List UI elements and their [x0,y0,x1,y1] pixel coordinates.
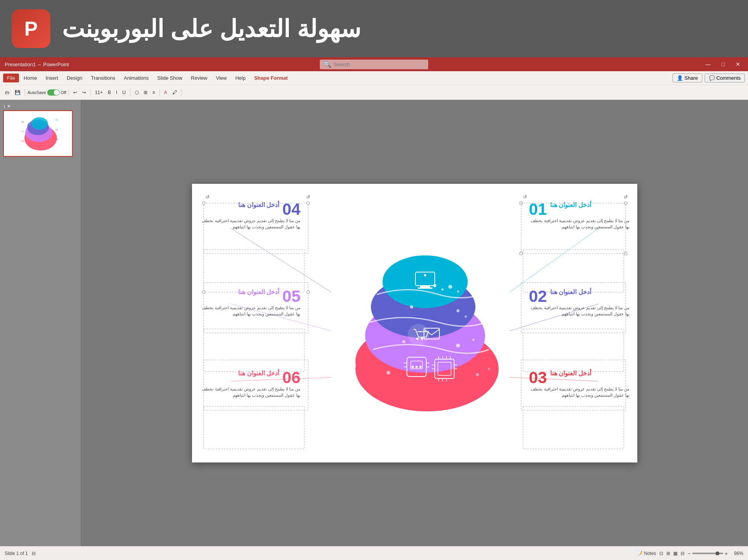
menu-shape-format[interactable]: Shape Format [250,74,292,82]
svg-point-86 [476,373,479,376]
info-title-02: أدخل العنوان هنا [550,288,591,296]
arrange-btn[interactable]: ⊞ [142,89,149,96]
svg-point-57 [419,366,422,368]
menu-insert[interactable]: Insert [42,74,62,82]
svg-line-13 [231,228,331,292]
svg-text:02: 02 [55,128,58,131]
status-left: Slide 1 of 1 ⊟ [5,551,36,556]
zoom-thumb [715,551,719,555]
italic-btn[interactable]: I [114,89,119,96]
svg-point-85 [386,371,390,375]
presenter-view-btn[interactable]: ⊟ [681,551,685,556]
zoom-plus-btn[interactable]: + [725,550,728,557]
align-btn[interactable]: ≡ [151,89,157,96]
toolbar-save-btn[interactable]: 💾 [13,89,22,96]
svg-text:01: 01 [55,119,58,121]
svg-point-49 [408,324,429,346]
blob-group [350,229,504,417]
underline-btn[interactable]: U [120,89,128,96]
font-size-input[interactable]: 11+ [93,89,105,96]
svg-rect-31 [204,406,304,449]
svg-rect-25 [523,406,624,449]
window-controls: — □ ✕ [702,60,743,68]
header-banner: P سهولة التعديل على البوربوينت [0,0,748,57]
toolbar-group-format: 11+ B I U [93,89,130,96]
slide-thumbnail[interactable]: 01 02 03 04 05 06 [3,110,73,157]
bold-btn[interactable]: B [106,89,113,96]
info-title-06: أدخل العنوان هنا [238,370,279,377]
svg-text:06: 06 [21,140,24,142]
undo-button[interactable]: ↩ [71,89,79,96]
redo-button[interactable]: ↪ [80,89,88,96]
svg-point-75 [433,284,436,287]
highlight-btn[interactable]: 🖍 [170,89,179,96]
toolbar-file-btn[interactable]: 🗁 [3,89,12,96]
toolbar-group-undo: ↩ ↪ [71,89,91,96]
minimize-button[interactable]: — [702,60,714,68]
comments-button[interactable]: 💬 Comments [705,74,745,82]
svg-text:↺: ↺ [624,194,628,200]
svg-point-18 [520,202,523,205]
textcolor-btn[interactable]: A [162,89,169,96]
menu-file[interactable]: File [3,74,19,82]
menu-view[interactable]: View [212,74,231,82]
svg-rect-46 [420,286,430,288]
zoom-minus-btn[interactable]: − [688,550,691,557]
autosave-state: Off [61,90,66,95]
reading-view-btn[interactable]: ▦ [673,551,678,556]
close-button[interactable]: ✕ [733,60,743,68]
menu-help[interactable]: Help [232,74,250,82]
slide-overview-icon[interactable]: ⊟ [32,551,36,556]
menu-design[interactable]: Design [63,74,86,82]
zoom-level: 96% [729,551,743,556]
title-bar: Presentation1 – PowerPoint 🔍 — □ ✕ [0,57,748,71]
toolbar: 🗁 💾 AutoSave Off ↩ ↪ 11+ B I U ⬡ ⊞ ≡ A 🖍 [0,85,748,100]
svg-point-44 [383,255,468,308]
menu-transitions[interactable]: Transitions [87,74,119,82]
search-input[interactable] [334,62,424,67]
svg-rect-29 [204,329,304,372]
info-title-04: أدخل العنوان هنا [238,201,279,209]
slide-thumb-inner: 01 02 03 04 05 06 [4,111,72,156]
svg-rect-27 [204,250,304,292]
svg-point-76 [441,288,444,291]
toolbar-group-shapes: ⬡ ⊞ ≡ [133,89,160,96]
info-box-06: 06 أدخل العنوان هنا من منا لا يطمح إلى ت… [200,370,300,399]
share-icon: 👤 [677,75,683,81]
app-name: PowerPoint [43,62,69,67]
svg-point-77 [448,285,452,289]
menu-animations[interactable]: Animations [120,74,153,82]
zoom-slider[interactable] [692,553,723,554]
slide-sorter-btn[interactable]: ⊞ [666,551,670,556]
info-number-04: 04 [282,201,300,217]
maximize-button[interactable]: □ [719,60,728,68]
search-icon: 🔍 [324,61,331,68]
info-number-01: 01 [529,201,547,217]
svg-point-20 [520,252,523,255]
menu-slideshow[interactable]: Slide Show [153,74,186,82]
notes-button[interactable]: 📝 Notes [637,551,656,556]
slide-panel: 1 ★ 01 02 03 04 05 06 [0,100,81,546]
info-number-06: 06 [282,370,300,386]
info-title-03: أدخل العنوان هنا [550,370,591,377]
svg-text:03: 03 [55,138,58,140]
info-box-04: 04 أدخل العنوان هنا من منا لا يطمح إلى ت… [200,201,300,230]
slide-canvas[interactable]: ↺ ↺ ↺ ↺ [192,184,637,462]
info-text-01: من منا لا يطمح إلى تقديم عروض تقديمية اح… [529,217,630,230]
autosave-toggle[interactable] [47,89,60,96]
svg-text:↺: ↺ [306,194,310,200]
share-button[interactable]: 👤 Share [673,74,702,82]
shapes-btn[interactable]: ⬡ [133,89,141,96]
menu-review[interactable]: Review [187,74,211,82]
svg-rect-47 [418,288,432,289]
normal-view-btn[interactable]: ⊡ [659,551,663,556]
toolbar-group-text: A 🖍 [162,89,182,96]
slide-number-label: 1 ★ [3,104,78,109]
search-box[interactable]: 🔍 [320,60,428,69]
menu-home[interactable]: Home [20,74,41,82]
canvas-area: ↺ ↺ ↺ ↺ [81,100,748,546]
status-bar: Slide 1 of 1 ⊟ 📝 Notes ⊡ ⊞ ▦ ⊟ − + 96% [0,546,748,560]
separator: – [38,62,41,67]
info-box-03: أدخل العنوان هنا 03 من منا لا يطمح إلى ت… [529,370,630,399]
info-text-02: من منا لا يطمح إلى تقديم عروض تقديمية اح… [529,305,630,317]
